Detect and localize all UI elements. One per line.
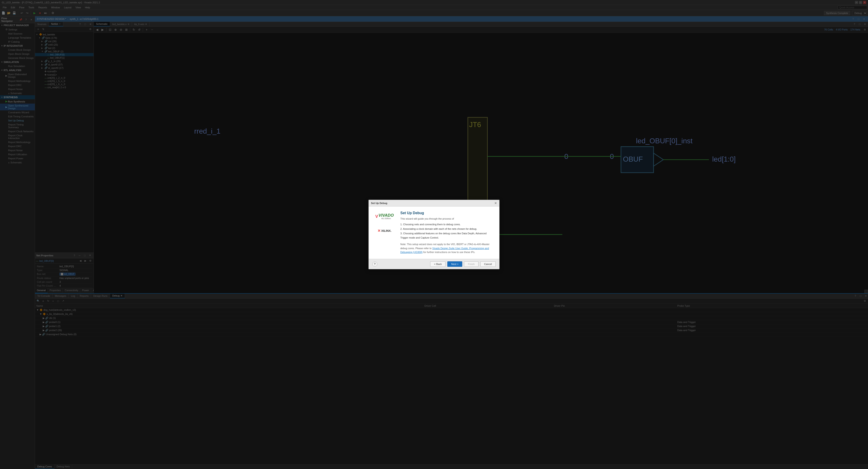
modal-overlay[interactable]: Set Up Debug ✕ V VIVADO ML Edition ✕ XIL… [0, 0, 868, 469]
modal-logo: V VIVADO ML Edition ✕ XILINX. [373, 211, 396, 254]
modal-step-3: Choosing additional features on the debu… [400, 231, 495, 240]
modal-note-suffix: for further instructions on how to use t… [423, 251, 475, 254]
modal-footer: ? < Back Next > Finish Cancel [369, 259, 499, 269]
modal-header: Set Up Debug ✕ [369, 200, 499, 206]
modal-close-button[interactable]: ✕ [494, 201, 497, 205]
xilinx-logo: ✕ XILINX. [377, 229, 392, 233]
modal-help-button[interactable]: ? [372, 262, 377, 267]
modal-content-title: Set Up Debug [400, 211, 495, 215]
modal-back-button[interactable]: < Back [430, 261, 445, 267]
xilinx-text: XILINX. [381, 229, 392, 232]
vivado-logo: V VIVADO ML Edition [375, 213, 394, 220]
vivado-v-icon: V [375, 214, 378, 219]
modal-body: V VIVADO ML Edition ✕ XILINX. Set Up Deb… [369, 206, 499, 259]
vivado-ml-text: ML Edition [378, 217, 394, 220]
modal-step-2: Associating a clock domain with each of … [400, 227, 495, 231]
modal-next-button[interactable]: Next > [447, 261, 462, 267]
modal-step-1: Choosing nets and connecting them to deb… [400, 222, 495, 227]
modal-cancel-button[interactable]: Cancel [480, 261, 496, 267]
setup-debug-modal: Set Up Debug ✕ V VIVADO ML Edition ✕ XIL… [369, 200, 499, 269]
modal-finish-button[interactable]: Finish [464, 261, 478, 267]
modal-subtitle: This wizard will guide you through the p… [400, 217, 495, 220]
modal-note: Note: This setup wizard does not apply t… [400, 242, 495, 254]
xilinx-x-icon: ✕ [377, 229, 380, 233]
modal-content: Set Up Debug This wizard will guide you … [396, 211, 495, 254]
modal-title: Set Up Debug [371, 202, 387, 204]
vivado-text: VIVADO [378, 213, 394, 217]
modal-steps-list: Choosing nets and connecting them to deb… [400, 222, 495, 240]
